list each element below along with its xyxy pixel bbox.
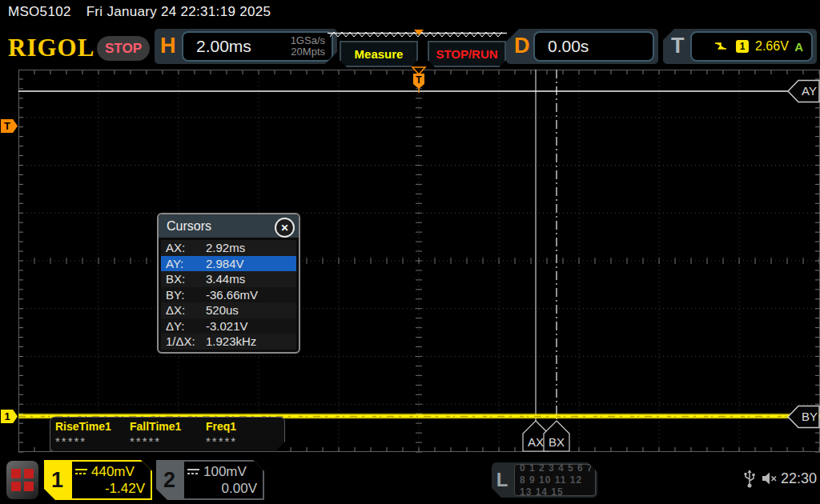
logic-label: L — [492, 462, 512, 498]
cursors-readout-list: AX: 2.92ms AY: 2.984V BX: 3.44ms BY: -36… — [161, 240, 296, 350]
waveform-preview-bar[interactable] — [327, 29, 508, 42]
logic-row1: 0 1 2 3 4 5 6 7 — [520, 462, 595, 474]
svg-text:BY: BY — [802, 410, 818, 423]
svg-text:BX: BX — [549, 435, 565, 449]
trigger-level-value: 2.66V — [755, 39, 789, 54]
graticule[interactable]: T AY BY AX BX — [18, 70, 820, 452]
cursor-row-by[interactable]: BY: -36.66mV — [161, 287, 296, 303]
cursor-row-bx[interactable]: BX: 3.44ms — [161, 271, 296, 287]
grid — [18, 70, 820, 452]
oscilloscope-screen: MSO5102 Fri January 24 22:31:19 2025 RIG… — [0, 0, 820, 504]
channel2-number: 2 — [156, 460, 183, 500]
titlebar: MSO5102 Fri January 24 22:31:19 2025 — [8, 4, 271, 20]
mute-speaker-icon — [761, 470, 778, 487]
trigger-panel[interactable]: T 1 2.66V A — [663, 29, 817, 64]
cursors-dialog-title[interactable]: Cursors ✕ — [159, 214, 299, 238]
svg-text:T: T — [416, 74, 422, 86]
measurement-freq[interactable]: Freq1 ***** — [206, 420, 237, 448]
cursor-bx-tag[interactable]: BX — [544, 421, 569, 451]
menu-button[interactable] — [6, 461, 38, 499]
cursors-dialog: Cursors ✕ AX: 2.92ms AY: 2.984V BX: 3.44… — [157, 213, 300, 354]
channel2-scale: 100mV — [203, 463, 247, 480]
cursor-ay-tag[interactable]: AY — [788, 81, 819, 102]
channel1-widget[interactable]: 1 440mV -1.42V — [44, 460, 152, 500]
delay-panel[interactable]: D 0.00s — [506, 29, 658, 64]
trigger-source-badge: 1 — [736, 40, 749, 53]
delay-label: D — [514, 34, 530, 58]
sample-rate: 1GSa/s 20Mpts — [291, 35, 332, 58]
trigger-position-marker[interactable]: T — [412, 67, 425, 93]
channel1-offset: -1.42V — [105, 480, 145, 497]
trigger-box[interactable]: 1 2.66V A — [690, 31, 813, 62]
cursor-row-ay[interactable]: AY: 2.984V — [161, 256, 296, 272]
cursor-row-dy[interactable]: ΔY: -3.021V — [161, 318, 296, 334]
measure-button[interactable]: Measure — [340, 41, 418, 67]
timebase-value: 2.00ms — [183, 37, 251, 56]
timebase-box[interactable]: 2.00ms 1GSa/s 20Mpts — [182, 31, 333, 62]
svg-text:AY: AY — [802, 84, 817, 98]
clock: 22:30 — [781, 470, 817, 487]
delay-box[interactable]: 0.00s — [533, 31, 654, 62]
cursor-row-ax[interactable]: AX: 2.92ms — [161, 240, 296, 256]
channel1-number: 1 — [44, 460, 70, 500]
datetime: Fri January 24 22:31:19 2025 — [86, 4, 271, 19]
logic-channels-widget[interactable]: L 0 1 2 3 4 5 6 7 8 9 10 11 12 13 14 15 — [492, 462, 597, 498]
menu-grid-icon — [11, 469, 21, 478]
close-icon[interactable]: ✕ — [275, 218, 295, 238]
measurement-risetime[interactable]: RiseTime1 ***** — [55, 420, 111, 448]
trigger-level-marker[interactable]: T — [1, 119, 18, 133]
ch1-level-marker[interactable]: 1 — [1, 410, 18, 423]
dc-coupling-icon — [75, 467, 87, 476]
cursor-by-tag[interactable]: BY — [788, 406, 819, 428]
channel1-scale: 440mV — [91, 463, 135, 480]
dc-coupling-icon — [187, 467, 199, 476]
trigger-mode: A — [794, 40, 811, 54]
channel2-offset: 0.00V — [222, 480, 257, 497]
trigger-slope-falling-icon — [714, 41, 728, 53]
stop-run-button[interactable]: STOP/RUN — [428, 41, 506, 67]
measurement-falltime[interactable]: FallTime1 ***** — [130, 420, 181, 448]
logic-row2: 8 9 10 11 12 13 14 15 — [520, 474, 595, 498]
cursor-row-dx[interactable]: ΔX: 520us — [161, 302, 296, 318]
channel2-widget[interactable]: 2 100mV 0.00V — [156, 460, 264, 500]
measurement-panel[interactable]: RiseTime1 ***** FallTime1 ***** Freq1 **… — [50, 417, 285, 452]
run-state-badge: STOP — [97, 36, 150, 61]
horizontal-label: H — [160, 34, 176, 58]
rigol-logo: RIGOL — [8, 34, 94, 62]
svg-text:AX: AX — [528, 435, 544, 449]
cursor-row-inv-dx[interactable]: 1/ΔX: 1.923kHz — [161, 334, 296, 350]
model-name: MSO5102 — [8, 4, 71, 19]
horizontal-panel[interactable]: H 2.00ms 1GSa/s 20Mpts — [155, 29, 337, 64]
trigger-label: T — [671, 34, 685, 58]
delay-value: 0.00s — [535, 37, 589, 56]
usb-icon — [743, 470, 756, 489]
